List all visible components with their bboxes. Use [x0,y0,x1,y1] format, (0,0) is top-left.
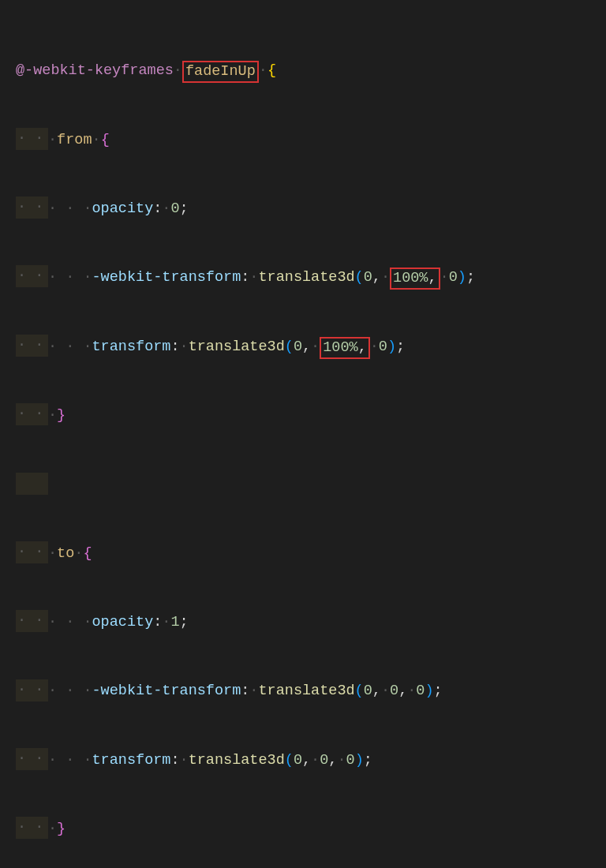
open-brace: { [101,132,110,148]
at-rule: @-webkit-keyframes [16,62,174,79]
code-line[interactable]: @-webkit-keyframes·fadeInUp·{ [16,59,606,83]
highlight-box: 100%, [320,337,370,359]
code-line[interactable]: · ·· · ·opacity:·0; [16,197,606,221]
property: opacity [92,200,154,217]
value: 100% [323,339,357,356]
property: transform [92,339,171,355]
value: 100% [393,270,428,286]
code-line[interactable]: · ··} [16,817,606,841]
keyframes-name: fadeInUp [185,63,256,80]
code-line[interactable]: · ··from·{ [16,129,606,152]
code-editor[interactable]: @-webkit-keyframes·fadeInUp·{ · ··from·{… [0,0,606,868]
function: translate3d [258,269,354,286]
blank-line[interactable] [16,473,606,496]
close-brace: } [57,407,65,424]
highlight-box: 100%, [390,268,440,290]
code-line[interactable]: · ·· · ·transform:·translate3d(0,·0,·0); [16,749,606,773]
ws-dot: · [174,62,182,79]
to-keyword: to [57,545,74,562]
code-line[interactable]: · ··to·{ [16,542,606,566]
code-line[interactable]: · ·· · ·-webkit-transform:·translate3d(0… [16,679,606,703]
number: 1 [170,614,179,630]
code-line[interactable]: · ·· · ·transform:·translate3d(0,·100%,·… [16,335,606,359]
code-line[interactable]: · ··} [16,404,606,428]
from-keyword: from [57,132,92,148]
code-line[interactable]: · ·· · ·opacity:·1; [16,611,606,634]
number: 0 [170,200,179,217]
property: -webkit-transform [92,269,241,286]
code-line[interactable]: · ·· · ·-webkit-transform:·translate3d(0… [16,266,606,290]
open-brace: { [267,62,276,79]
highlight-box: fadeInUp [182,61,259,83]
